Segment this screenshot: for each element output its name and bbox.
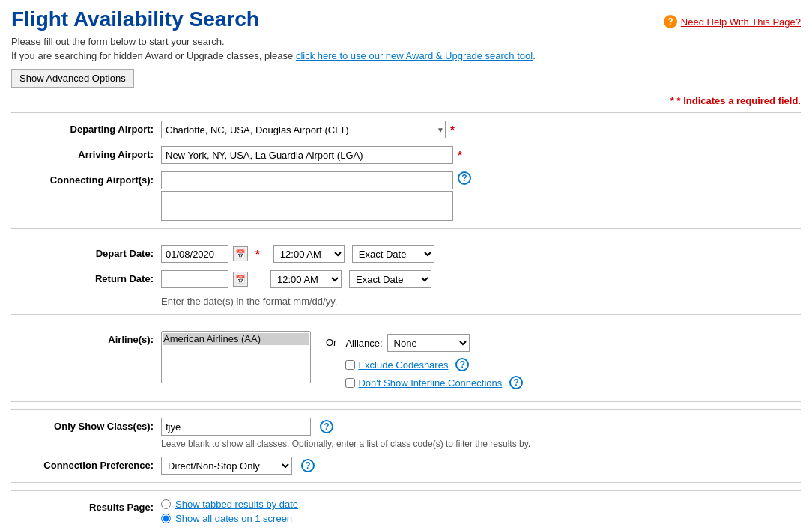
show-advanced-options-button[interactable]: Show Advanced Options [11, 69, 134, 88]
return-time-select[interactable]: 12:00 AM [270, 270, 342, 288]
award-upgrade-link[interactable]: click here to use our new Award & Upgrad… [296, 50, 533, 61]
connection-pref-label: Connection Preference: [11, 457, 161, 471]
depart-calendar-icon[interactable]: 📅 [233, 246, 248, 261]
arriving-airport-input[interactable] [161, 146, 453, 164]
airline-select[interactable]: American Airlines (AA) [161, 331, 311, 383]
connecting-airport-info-icon[interactable]: ? [458, 171, 471, 185]
depart-date-label: Depart Date: [11, 245, 161, 259]
connection-pref-info-icon[interactable]: ? [301, 459, 315, 472]
date-format-note: Enter the date(s) in the format mm/dd/yy… [11, 296, 801, 307]
connecting-airport-input-1[interactable] [161, 171, 453, 189]
award-suffix: . [533, 50, 536, 61]
return-date-input[interactable] [161, 270, 228, 288]
exclude-codeshares-info-icon[interactable]: ? [455, 358, 469, 371]
help-link[interactable]: Need Help With This Page? [681, 16, 801, 28]
dont-show-interline-checkbox[interactable] [345, 378, 355, 388]
results-tabbed-radio[interactable] [161, 499, 171, 509]
dont-show-interline-label: Don't Show Interline Connections [358, 377, 502, 389]
alliance-select[interactable]: None Star Alliance SkyTeam Oneworld [387, 334, 470, 352]
depart-time-select[interactable]: 12:00 AM [273, 245, 345, 263]
connection-pref-select[interactable]: Direct/Non-Stop Only Non-Stop Preferred … [161, 457, 292, 475]
class-info-icon[interactable]: ? [320, 420, 333, 433]
exclude-codeshares-checkbox[interactable] [345, 360, 355, 370]
depart-date-input[interactable] [161, 245, 228, 263]
depart-date-type-select[interactable]: Exact Date +/- 1 Day +/- 2 Days +/- 3 Da… [352, 245, 434, 263]
departing-airport-input[interactable]: Charlotte, NC, USA, Douglas Airport (CLT… [161, 121, 446, 138]
connecting-airport-extra[interactable] [161, 191, 453, 221]
required-field-note: * * Indicates a required field. [11, 95, 801, 106]
or-text: Or [326, 337, 336, 348]
exclude-codeshares-label: Exclude Codeshares [358, 359, 448, 371]
help-icon: ? [664, 15, 677, 28]
class-note: Leave blank to show all classes. Optiona… [161, 439, 530, 449]
award-prefix: If you are searching for hidden Award or… [11, 50, 296, 61]
arriving-airport-label: Arriving Airport: [11, 146, 161, 160]
alliance-label: Alliance: [345, 338, 382, 349]
return-date-type-select[interactable]: Exact Date +/- 1 Day +/- 2 Days [349, 270, 431, 288]
results-tabbed-label: Show tabbed results by date [175, 499, 298, 510]
results-page-label: Results Page: [11, 499, 161, 513]
interline-info-icon[interactable]: ? [509, 376, 523, 389]
subtitle-text: Please fill out the form below to start … [11, 36, 536, 47]
return-date-label: Return Date: [11, 270, 161, 284]
departing-airport-label: Departing Airport: [11, 121, 161, 135]
required-star: * [670, 95, 674, 106]
award-line: If you are searching for hidden Award or… [11, 50, 536, 61]
results-all-dates-radio[interactable] [161, 514, 171, 523]
departing-required-star: * [450, 121, 455, 138]
page-title: Flight Availability Search [11, 7, 536, 31]
connecting-airport-label: Connecting Airport(s): [11, 171, 161, 186]
depart-date-required-star: * [255, 245, 260, 263]
results-all-dates-label: Show all dates on 1 screen [175, 513, 292, 524]
airline-label: Airline(s): [11, 331, 161, 345]
class-label: Only Show Class(es): [11, 418, 161, 432]
return-calendar-icon[interactable]: 📅 [233, 272, 248, 287]
class-input[interactable] [161, 418, 311, 436]
arriving-required-star: * [458, 146, 462, 164]
